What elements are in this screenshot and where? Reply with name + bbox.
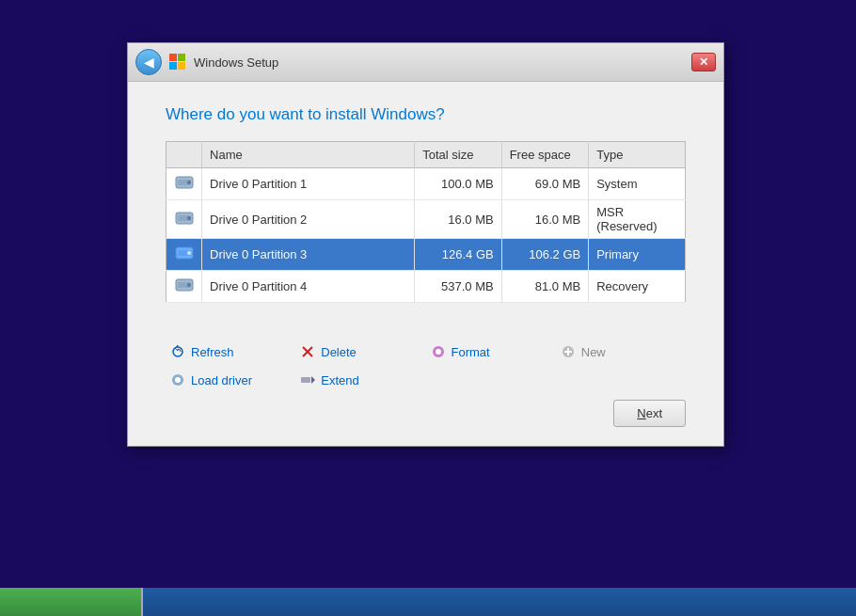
partition-name: Drive 0 Partition 1 [202, 168, 415, 200]
partition-free: 81.0 MB [501, 271, 589, 303]
partition-type: Recovery [589, 271, 686, 303]
content-area: Where do you want to install Windows? Na… [128, 82, 723, 341]
svg-rect-3 [178, 62, 185, 70]
footer-area: Next [128, 400, 723, 446]
windows-logo-icon [167, 52, 188, 72]
back-button[interactable]: ◀ [135, 49, 162, 75]
windows-setup-dialog: ◀ Windows Setup ✕ Where do you want to i… [127, 42, 724, 447]
svg-rect-2 [169, 62, 177, 70]
partition-name: Drive 0 Partition 4 [202, 271, 415, 303]
new-label: New [581, 345, 606, 359]
partition-table: Name Total size Free space Type Drive 0 … [166, 141, 686, 303]
partition-name: Drive 0 Partition 3 [202, 239, 415, 271]
svg-rect-1 [178, 54, 185, 61]
drive-icon [175, 244, 194, 262]
partition-type: MSR (Reserved) [589, 200, 686, 239]
extend-icon [299, 371, 316, 388]
table-header-row: Name Total size Free space Type [166, 142, 686, 168]
drive-icon [175, 276, 194, 294]
partition-total: 16.0 MB [415, 200, 502, 239]
new-icon [560, 343, 577, 360]
svg-rect-26 [301, 377, 310, 383]
refresh-button[interactable]: Refresh [166, 341, 295, 362]
new-button[interactable]: New [556, 341, 686, 362]
table-row[interactable]: Drive 0 Partition 4537.0 MB81.0 MBRecove… [166, 271, 686, 303]
col-type-header: Type [589, 142, 686, 168]
col-name-header: Name [202, 142, 415, 168]
load-driver-icon [169, 371, 186, 388]
delete-button[interactable]: Delete [295, 341, 425, 362]
svg-rect-0 [169, 54, 177, 61]
format-label: Format [452, 345, 490, 359]
svg-point-6 [187, 181, 191, 184]
action-buttons-area: Refresh Delete Format [128, 341, 723, 390]
col-free-header: Free space [501, 142, 589, 168]
close-button[interactable]: ✕ [691, 53, 716, 71]
delete-icon [299, 343, 316, 360]
col-total-header: Total size [415, 142, 502, 168]
extend-button[interactable]: Extend [295, 370, 425, 390]
format-icon [430, 343, 447, 360]
drive-icon-cell [166, 168, 202, 200]
partition-free: 69.0 MB [501, 168, 589, 200]
refresh-icon [169, 343, 186, 360]
table-row[interactable]: Drive 0 Partition 216.0 MB16.0 MBMSR (Re… [166, 200, 686, 239]
drive-icon-cell [166, 239, 202, 271]
next-label-rest: ext [646, 406, 662, 420]
partition-total: 100.0 MB [415, 168, 502, 200]
col-icon-header [166, 142, 202, 168]
svg-point-9 [187, 216, 191, 220]
back-icon: ◀ [144, 55, 154, 70]
title-bar: ◀ Windows Setup ✕ [128, 43, 723, 82]
refresh-label: Refresh [191, 345, 234, 359]
extend-label: Extend [321, 373, 358, 387]
svg-point-12 [187, 251, 191, 255]
partition-type: Primary [589, 239, 686, 271]
drive-icon [175, 173, 194, 192]
partition-type: System [589, 168, 686, 200]
close-icon: ✕ [699, 55, 708, 69]
delete-label: Delete [321, 345, 357, 359]
svg-point-25 [175, 377, 181, 383]
svg-point-20 [436, 349, 441, 355]
taskbar [0, 588, 856, 616]
title-bar-left: ◀ Windows Setup [135, 49, 278, 75]
drive-icon-cell [166, 200, 202, 239]
partition-name: Drive 0 Partition 2 [202, 200, 415, 239]
partition-total: 126.4 GB [415, 239, 502, 271]
dialog-title: Windows Setup [194, 55, 278, 70]
format-button[interactable]: Format [426, 341, 556, 362]
load-driver-label: Load driver [191, 373, 252, 387]
drive-icon-cell [166, 271, 202, 303]
taskbar-divider [141, 588, 143, 616]
page-title: Where do you want to install Windows? [166, 105, 686, 124]
next-button[interactable]: Next [613, 400, 686, 427]
partition-free: 106.2 GB [501, 239, 589, 271]
table-row[interactable]: Drive 0 Partition 3126.4 GB106.2 GBPrima… [166, 239, 686, 271]
svg-point-15 [187, 283, 191, 287]
next-underline-n: N [637, 406, 645, 420]
table-row[interactable]: Drive 0 Partition 1100.0 MB69.0 MBSystem [166, 168, 686, 200]
taskbar-green-section [0, 588, 141, 616]
drive-icon [175, 209, 194, 228]
partition-total: 537.0 MB [415, 271, 502, 303]
svg-marker-27 [311, 376, 315, 384]
partition-free: 16.0 MB [501, 200, 589, 239]
load-driver-button[interactable]: Load driver [166, 370, 295, 390]
